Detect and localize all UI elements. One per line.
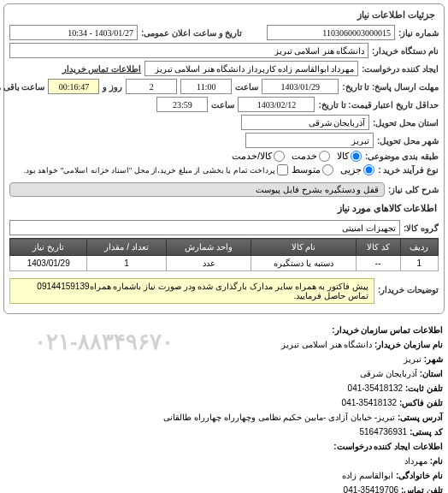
val-phone: 35418132-041 <box>348 383 404 393</box>
val-fname: مهرداد <box>404 456 427 466</box>
val-contact-city: تبریز <box>404 354 421 364</box>
row-request-number: شماره نیاز: تاریخ و ساعت اعلان عمومی: <box>9 25 439 40</box>
row-proc-type: نوع فرآیند خرید : جزیی متوسط پرداخت تمام… <box>9 164 439 175</box>
th-unit: واحد شمارش <box>166 239 251 256</box>
input-resp-date[interactable] <box>262 79 339 94</box>
input-buyer-org[interactable] <box>9 43 368 58</box>
row-buyer-note: توضیحات خریدار: پیش فاکتور به همراه سایر… <box>9 275 439 304</box>
th-code: کد کالا <box>356 239 400 256</box>
input-remain-days <box>126 79 177 94</box>
th-date: تاریخ نیاز <box>10 239 87 256</box>
label-fax: تلفن فاکس: <box>399 398 443 407</box>
label-goods-group: گروه کالا: <box>404 223 439 233</box>
label-proc-type: نوع فرآیند خرید : <box>378 165 439 175</box>
cell-date: 1403/01/29 <box>10 256 87 271</box>
input-requester[interactable] <box>144 61 358 76</box>
val-contact-province: آذربایجان شرقی <box>360 369 417 378</box>
category-radio-group: کالا خدمت کالا/خدمت <box>232 151 362 162</box>
radio-medium-input[interactable] <box>322 164 333 175</box>
link-buyer-contact[interactable]: اطلاعات تماس خریدار <box>62 64 142 74</box>
row-response-deadline: مهلت ارسال پاسخ: تا تاریخ: ساعت روز و سا… <box>9 79 439 94</box>
buyer-note: پیش فاکتور به همراه سایر مدارک بارگذاری … <box>9 278 374 304</box>
label-category: طبقه بندی موضوعی: <box>365 151 439 161</box>
row-buyer-org: نام دستگاه خریدار: <box>9 43 439 58</box>
cell-name: دستبه یا دستگیره <box>251 256 356 271</box>
proc-radio-group: جزیی متوسط <box>292 164 374 175</box>
row-requester: ایجاد کننده درخواست: اطلاعات تماس خریدار <box>9 61 439 76</box>
label-time-2: ساعت <box>211 100 234 110</box>
val-org: دانشگاه هنر اسلامی تبریز <box>281 340 372 349</box>
table-header-row: ردیف کد کالا نام کالا واحد شمارش تعداد /… <box>10 239 439 256</box>
label-remain: ساعت باقی مانده <box>0 82 44 92</box>
radio-service-label: خدمت <box>292 151 317 162</box>
table-row[interactable]: 1 -- دستبه یا دستگیره عدد 1 1403/01/29 <box>10 256 439 271</box>
radio-goods-service-label: کالا/خدمت <box>232 151 272 162</box>
input-valid-time[interactable] <box>156 97 208 112</box>
val-address: تبریز- خیابان آزادی -مابین حکیم نظامی وچ… <box>163 413 395 422</box>
row-title: شرح کلی نیاز: قفل و دستگیره بشرح فایل پی… <box>9 182 439 197</box>
label-requester: ایجاد کننده درخواست: <box>362 64 439 74</box>
input-valid-date[interactable] <box>238 97 315 112</box>
goods-table: ردیف کد کالا نام کالا واحد شمارش تعداد /… <box>9 238 439 271</box>
input-remain-time <box>48 79 99 94</box>
input-resp-time[interactable] <box>180 79 232 94</box>
checkbox-treasury[interactable]: پرداخت تمام یا بخشی از مبلغ خرید،از محل … <box>23 164 288 175</box>
checkbox-treasury-input[interactable] <box>277 164 288 175</box>
label-tel: تلفن تماس: <box>401 485 443 493</box>
row-city: شهر محل تحویل: <box>9 133 439 148</box>
label-province: استان محل تحویل: <box>373 118 439 128</box>
input-province[interactable] <box>241 115 369 130</box>
radio-service-input[interactable] <box>319 151 330 162</box>
label-lname: نام خانوادگی: <box>396 471 443 480</box>
radio-goods-label: کالا <box>337 151 349 162</box>
contact-section-title: اطلاعات تماس سازمان خریدار: <box>5 324 443 337</box>
radio-medium[interactable]: متوسط <box>292 164 333 175</box>
label-req-no: شماره نیاز: <box>398 28 439 38</box>
label-address: آدرس پستی: <box>398 413 443 422</box>
th-name: نام کالا <box>251 239 356 256</box>
label-postal: کد پستی: <box>410 427 443 437</box>
label-valid-until: حداقل تاریخ اعتبار قیمت: تا تاریخ: <box>318 100 439 110</box>
label-announce-dt: تاریخ و ساعت اعلان عمومی: <box>141 28 242 38</box>
row-province: استان محل تحویل: <box>9 115 439 130</box>
goods-section-header: اطلاعات کالاهای مورد نیاز <box>9 199 439 217</box>
val-postal: 5164736931 <box>359 427 407 437</box>
row-category: طبقه بندی موضوعی: کالا خدمت کالا/خدمت <box>9 151 439 162</box>
checkbox-treasury-label: پرداخت تمام یا بخشی از مبلغ خرید،از محل … <box>23 166 275 175</box>
input-req-no[interactable] <box>267 25 395 40</box>
label-buyer-note: توضیحات خریدار: <box>378 285 439 294</box>
cell-unit: عدد <box>166 256 251 271</box>
contact-block: ۰۲۱-۸۸۳۴۹۶۷۰ اطلاعات تماس سازمان خریدار:… <box>0 318 448 493</box>
label-resp-deadline: مهلت ارسال پاسخ: تا تاریخ: <box>342 82 439 92</box>
row-goods-group: گروه کالا: <box>9 220 439 235</box>
cell-code: -- <box>356 256 400 271</box>
input-goods-group[interactable] <box>9 220 400 235</box>
th-row: ردیف <box>400 239 438 256</box>
radio-minor-label: جزیی <box>340 164 362 175</box>
input-announce-dt[interactable] <box>9 25 138 40</box>
details-panel: جزئیات اطلاعات نیاز شماره نیاز: تاریخ و … <box>3 3 445 314</box>
val-lname: ابوالقاسم زاده <box>342 471 393 480</box>
th-qty: تعداد / مقدار <box>87 239 166 256</box>
label-org: نام سازمان خریدار: <box>374 340 443 349</box>
radio-goods-service-input[interactable] <box>274 151 285 162</box>
val-tel: 35419706-041 <box>344 485 399 493</box>
radio-minor-input[interactable] <box>363 164 374 175</box>
radio-goods[interactable]: کالا <box>337 151 362 162</box>
label-time-1: ساعت <box>235 82 258 92</box>
row-valid-until: حداقل تاریخ اعتبار قیمت: تا تاریخ: ساعت <box>9 97 439 112</box>
requester-section-title: اطلاعات ایجاد کننده درخواست: <box>5 440 443 454</box>
val-fax: 35418132-041 <box>342 398 398 407</box>
radio-goods-service[interactable]: کالا/خدمت <box>232 151 285 162</box>
label-city: شهر محل تحویل: <box>377 136 439 146</box>
cell-qty: 1 <box>87 256 166 271</box>
input-city[interactable] <box>245 133 374 148</box>
radio-service[interactable]: خدمت <box>292 151 330 162</box>
label-day-and: روز و <box>103 82 122 92</box>
radio-minor[interactable]: جزیی <box>340 164 374 175</box>
label-buyer-org: نام دستگاه خریدار: <box>372 46 439 56</box>
label-contact-city: شهر: <box>424 354 443 364</box>
radio-goods-input[interactable] <box>351 151 362 162</box>
panel-title: جزئیات اطلاعات نیاز <box>9 8 439 22</box>
need-title: قفل و دستگیره بشرح فایل پیوست <box>9 182 385 197</box>
